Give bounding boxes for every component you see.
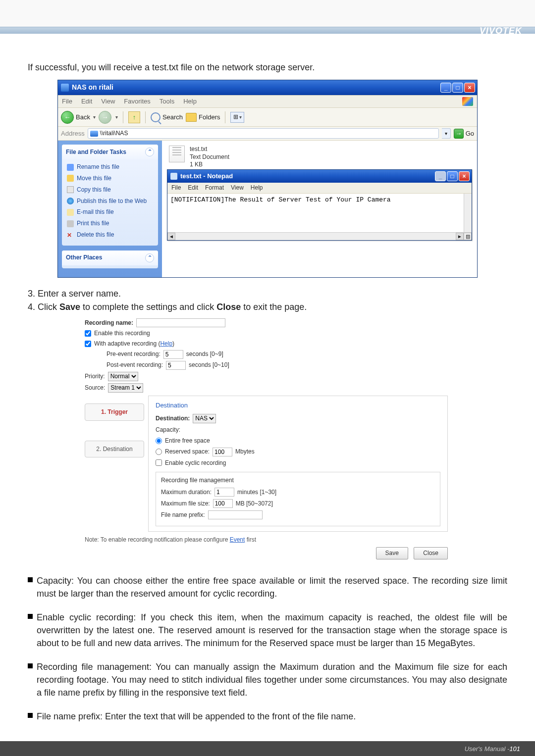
- menu-edit[interactable]: Edit: [81, 97, 92, 106]
- max-size-label: Maximum file size:: [161, 500, 210, 508]
- np-maximize-button[interactable]: □: [447, 171, 458, 181]
- explorer-titlebar[interactable]: NAS on ritali _ □ ×: [58, 80, 477, 95]
- menu-tools[interactable]: Tools: [160, 97, 174, 106]
- minimize-button[interactable]: _: [440, 83, 451, 93]
- adaptive-label: With adaptive recording (Help): [94, 340, 174, 348]
- adaptive-checkbox[interactable]: [85, 341, 91, 347]
- max-size-input[interactable]: [213, 499, 233, 508]
- views-button[interactable]: ⊞▾: [230, 112, 244, 123]
- reserved-space-unit: Mbytes: [235, 448, 255, 456]
- np-menu-file[interactable]: File: [171, 184, 181, 192]
- go-button[interactable]: → Go: [454, 129, 474, 139]
- move-icon: [67, 175, 74, 182]
- location-icon: [90, 131, 98, 137]
- bullet-cyclic: Enable cyclic recording: If you check th…: [37, 611, 507, 650]
- bullet-capacity: Capacity: You can choose either the enti…: [37, 574, 507, 600]
- max-duration-label: Maximum duration:: [161, 488, 212, 497]
- scroll-right-button[interactable]: ►: [456, 233, 464, 240]
- np-minimize-button[interactable]: _: [435, 171, 446, 181]
- destination-select[interactable]: NAS: [193, 414, 216, 423]
- windows-flag-icon: [462, 97, 473, 106]
- notepad-window: test.txt - Notepad _ □ × File Edit Form: [167, 169, 472, 241]
- text-file-icon: [169, 146, 185, 162]
- post-event-input[interactable]: [166, 361, 186, 370]
- maximize-button[interactable]: □: [452, 83, 463, 93]
- np-menu-view[interactable]: View: [231, 184, 244, 192]
- file-mgmt-panel: Recording file management Maximum durati…: [156, 472, 440, 526]
- trigger-tab[interactable]: 1. Trigger: [85, 403, 144, 421]
- close-button[interactable]: ×: [464, 83, 475, 93]
- search-icon: [151, 112, 160, 122]
- go-label: Go: [466, 129, 474, 138]
- enable-recording-checkbox[interactable]: [85, 330, 91, 337]
- explorer-toolbar: ← Back ▾ → ▾ ↑ Search Folders ⊞▾: [58, 108, 477, 127]
- step-4: 4. Click Save to complete the settings a…: [28, 301, 507, 313]
- np-menu-edit[interactable]: Edit: [188, 184, 198, 192]
- up-button[interactable]: ↑: [128, 111, 140, 123]
- pre-event-input[interactable]: [163, 350, 183, 359]
- reserved-space-radio[interactable]: [156, 449, 162, 455]
- np-menu-help[interactable]: Help: [251, 184, 263, 192]
- task-delete[interactable]: Delete this file: [77, 231, 114, 239]
- event-link[interactable]: Event: [230, 536, 245, 543]
- post-event-unit: seconds [0~10]: [189, 361, 229, 369]
- step-3: 3. Enter a server name.: [28, 288, 507, 300]
- menu-help[interactable]: Help: [183, 97, 197, 106]
- reserved-space-input[interactable]: [213, 448, 232, 456]
- notepad-titlebar[interactable]: test.txt - Notepad _ □ ×: [167, 170, 472, 183]
- max-size-unit: MB [50~3072]: [236, 500, 273, 508]
- enable-recording-label: Enable this recording: [94, 329, 150, 338]
- address-dropdown[interactable]: ▾: [442, 128, 451, 139]
- entire-space-radio[interactable]: [156, 438, 162, 444]
- forward-dropdown[interactable]: ▾: [115, 114, 118, 121]
- horizontal-scrollbar[interactable]: ◄ ► ▨: [167, 232, 472, 240]
- recording-name-input[interactable]: [136, 318, 225, 327]
- task-email[interactable]: E-mail this file: [77, 208, 114, 216]
- prefix-input[interactable]: [208, 510, 263, 519]
- bullet-rfm: Recording file management: You can manua…: [37, 660, 507, 699]
- search-button[interactable]: Search: [151, 112, 183, 122]
- collapse-button[interactable]: ⌃: [145, 148, 154, 156]
- destination-tab[interactable]: 2. Destination: [85, 441, 144, 458]
- help-link[interactable]: Help: [160, 340, 172, 347]
- notepad-textarea[interactable]: [NOTIFICATION]The Result of Server Test …: [167, 194, 472, 232]
- scroll-left-button[interactable]: ◄: [167, 233, 175, 240]
- source-select[interactable]: Stream 1: [108, 383, 143, 393]
- pre-event-unit: seconds [0~9]: [186, 350, 223, 358]
- task-rename[interactable]: Rename this file: [77, 163, 119, 171]
- cyclic-checkbox[interactable]: [156, 459, 162, 466]
- destination-legend: Destination: [156, 401, 440, 410]
- task-publish[interactable]: Publish this file to the Web: [77, 197, 147, 205]
- priority-select[interactable]: Normal: [108, 372, 138, 381]
- np-close-button[interactable]: ×: [459, 171, 470, 181]
- forward-button[interactable]: →: [99, 111, 111, 124]
- back-button[interactable]: ← Back ▾: [61, 111, 96, 124]
- destination-label: Destination:: [156, 414, 190, 423]
- task-copy[interactable]: Copy this file: [77, 186, 111, 194]
- menu-file[interactable]: File: [62, 97, 72, 106]
- file-item[interactable]: test.txt Text Document 1 KB: [169, 146, 470, 169]
- folder-icon: [61, 84, 69, 92]
- collapse-button[interactable]: ⌃: [145, 253, 154, 262]
- vertical-scrollbar[interactable]: [464, 194, 472, 232]
- menu-view[interactable]: View: [101, 97, 115, 106]
- notepad-title: test.txt - Notepad: [180, 172, 233, 181]
- close-button[interactable]: Close: [414, 547, 448, 559]
- task-print[interactable]: Print this file: [77, 219, 109, 228]
- task-move[interactable]: Move this file: [77, 174, 111, 183]
- menu-favorites[interactable]: Favorites: [124, 97, 150, 106]
- post-event-label: Post-event recording:: [107, 361, 163, 369]
- max-duration-input[interactable]: [214, 488, 234, 497]
- save-button[interactable]: Save: [376, 547, 408, 559]
- copy-icon: [67, 186, 74, 193]
- entire-space-label: Entire free space: [165, 437, 210, 445]
- bullet-icon: [28, 663, 33, 668]
- bullet-prefix: File name prefix: Enter the text that wi…: [37, 710, 507, 723]
- rename-icon: [67, 164, 74, 171]
- window-title: NAS on ritali: [72, 83, 113, 93]
- bullet-icon: [28, 713, 33, 718]
- folders-button[interactable]: Folders: [186, 113, 220, 122]
- address-input[interactable]: \\ritali\NAS: [88, 128, 439, 139]
- np-menu-format[interactable]: Format: [205, 184, 224, 192]
- destination-panel: Destination Destination: NAS Capacity: E…: [148, 396, 448, 532]
